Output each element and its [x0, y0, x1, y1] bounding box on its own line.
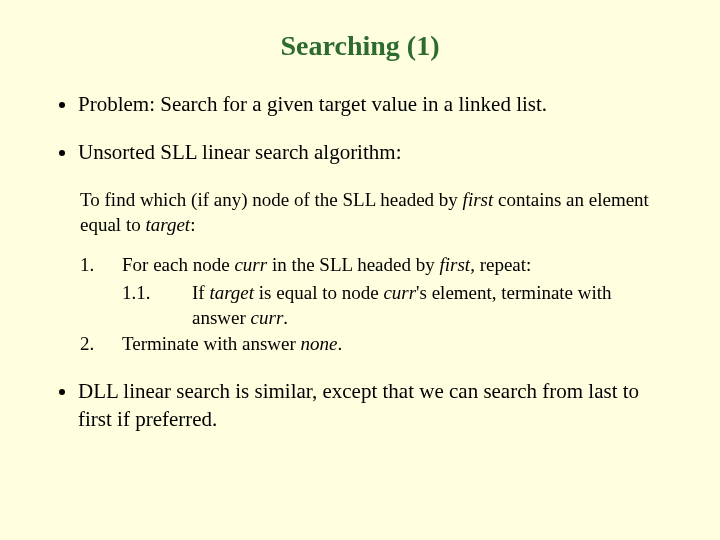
s11-target: target — [209, 282, 254, 303]
bullet-list-2: DLL linear search is similar, except tha… — [50, 377, 670, 434]
s1-b: in the SLL headed by — [267, 254, 439, 275]
intro-var-target: target — [145, 214, 190, 235]
s1-a: For each node — [122, 254, 234, 275]
step-1: 1. For each node curr in the SLL headed … — [80, 252, 670, 278]
step-2: 2. Terminate with answer none. — [80, 331, 670, 357]
bullet-problem: Problem: Search for a given target value… — [78, 90, 670, 118]
step-1-1: 1.1. If target is equal to node curr's e… — [122, 280, 670, 331]
bullet-dll: DLL linear search is similar, except tha… — [78, 377, 670, 434]
step-body-2: Terminate with answer none. — [122, 331, 670, 357]
step-num-2: 2. — [80, 331, 122, 357]
slide-title: Searching (1) — [50, 30, 670, 62]
slide: Searching (1) Problem: Search for a give… — [0, 0, 720, 473]
s2-a: Terminate with answer — [122, 333, 301, 354]
algo-intro: To find which (if any) node of the SLL h… — [80, 187, 670, 238]
bullet-list: Problem: Search for a given target value… — [50, 90, 670, 167]
s11-curr2: curr — [251, 307, 284, 328]
s2-none: none — [301, 333, 338, 354]
bullet-algorithm: Unsorted SLL linear search algorithm: — [78, 138, 670, 166]
step-num-1-1: 1.1. — [122, 280, 192, 331]
s1-first: first — [440, 254, 471, 275]
s2-b: . — [338, 333, 343, 354]
intro-text-c: : — [190, 214, 195, 235]
s11-curr: curr — [383, 282, 416, 303]
intro-text-a: To find which (if any) node of the SLL h… — [80, 189, 463, 210]
s11-a: If — [192, 282, 209, 303]
step-body-1: For each node curr in the SLL headed by … — [122, 252, 670, 278]
step-body-1-1: If target is equal to node curr's elemen… — [192, 280, 670, 331]
intro-var-first: first — [463, 189, 494, 210]
step-num-1: 1. — [80, 252, 122, 278]
s1-c: , repeat: — [470, 254, 531, 275]
s1-curr: curr — [234, 254, 267, 275]
s11-b: is equal to node — [254, 282, 383, 303]
s11-d: . — [283, 307, 288, 328]
algo-steps: 1. For each node curr in the SLL headed … — [80, 252, 670, 357]
